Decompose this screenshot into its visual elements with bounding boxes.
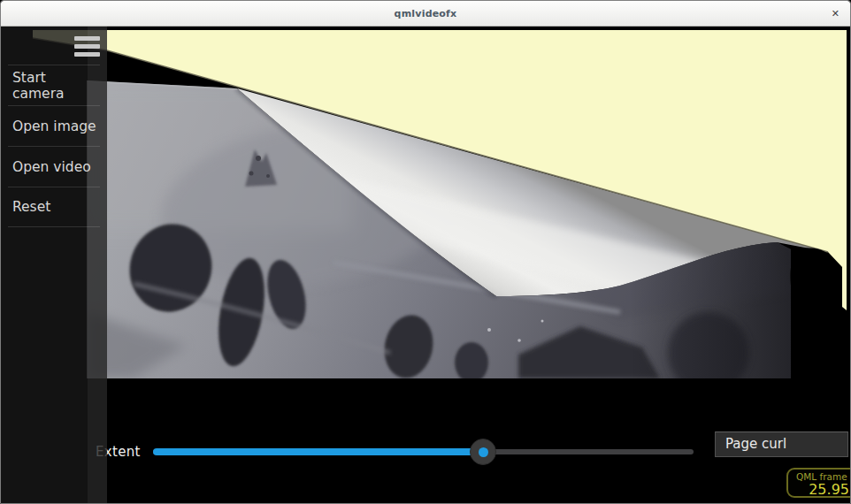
titlebar: qmlvideofx ✕ [1,1,850,27]
menu-icon-bar [74,52,100,57]
sidebar-item-open-video[interactable]: Open video [8,146,100,187]
slider-handle[interactable] [470,439,496,465]
app-window: Start camera Open image Open video Reset… [0,0,851,504]
menu-icon-bar [74,44,100,49]
bottom-controls: Extent Page curl QML frame r... 25.95 [1,1,851,504]
sidebar: Start camera Open image Open video Reset [1,27,107,504]
window-title: qmlvideofx [1,1,850,27]
slider-fill[interactable] [153,448,483,455]
effect-selector-button[interactable]: Page curl [715,431,848,457]
fps-value: 25.95 [788,481,849,498]
menu-icon-bar [74,36,100,41]
sidebar-menu: Start camera Open image Open video Reset [1,65,107,227]
sidebar-item-open-image[interactable]: Open image [8,105,100,146]
sidebar-item-start-camera[interactable]: Start camera [8,65,100,105]
menu-icon[interactable] [74,34,101,59]
fps-overlay: QML frame r... 25.95 [786,468,851,498]
close-button[interactable]: ✕ [832,1,840,27]
slider-handle-dot [479,447,488,457]
sidebar-item-reset[interactable]: Reset [8,187,100,227]
